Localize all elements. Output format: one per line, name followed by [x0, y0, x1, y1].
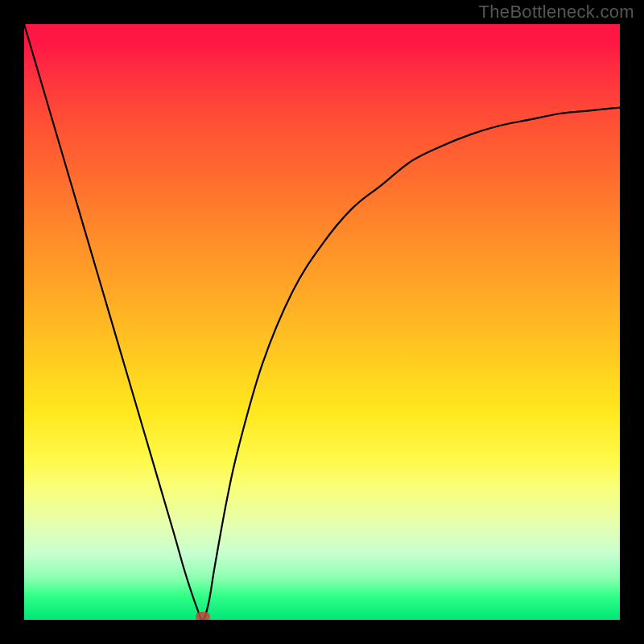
watermark-text: TheBottleneck.com [479, 2, 634, 23]
curve-path [24, 24, 620, 620]
chart-frame: TheBottleneck.com [0, 0, 644, 644]
plot-area [24, 24, 620, 620]
bottleneck-curve [24, 24, 620, 620]
minimum-marker [196, 612, 210, 620]
